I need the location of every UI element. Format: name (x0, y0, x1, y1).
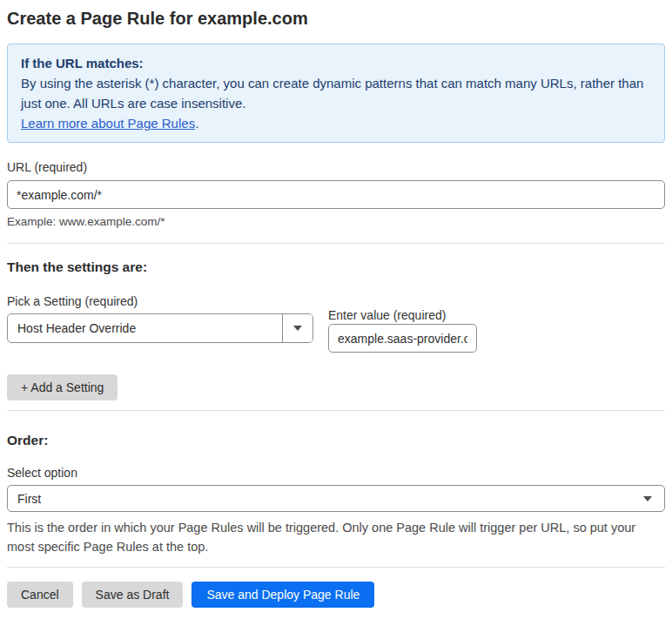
create-page-rule-form: Create a Page Rule for example.com If th… (0, 8, 672, 619)
save-and-deploy-button[interactable]: Save and Deploy Page Rule (192, 582, 374, 608)
pick-setting-value: Host Header Override (8, 321, 282, 335)
page-title: Create a Page Rule for example.com (7, 8, 665, 29)
info-box-heading: If the URL matches: (21, 53, 651, 73)
order-select[interactable]: First (7, 485, 665, 512)
save-as-draft-button[interactable]: Save as Draft (82, 582, 184, 608)
order-select-value: First (8, 492, 643, 506)
settings-row: Pick a Setting (required) Host Header Ov… (7, 294, 665, 353)
order-heading: Order: (7, 433, 665, 448)
order-help-text: This is the order in which your Page Rul… (7, 518, 658, 556)
chevron-down-icon[interactable] (282, 314, 312, 342)
enter-value-column: Enter value (required) (328, 294, 477, 353)
link-period: . (195, 116, 198, 131)
divider (7, 567, 665, 568)
pick-setting-dropdown[interactable]: Host Header Override (7, 313, 313, 343)
url-input[interactable] (7, 180, 665, 209)
divider (7, 243, 665, 244)
pick-setting-column: Pick a Setting (required) Host Header Ov… (7, 294, 313, 343)
url-label: URL (required) (7, 160, 665, 174)
url-matches-info-box: If the URL matches: By using the asteris… (7, 44, 665, 143)
footer-buttons: Cancel Save as Draft Save and Deploy Pag… (7, 582, 665, 608)
chevron-down-icon (643, 496, 652, 501)
info-box-body: By using the asterisk (*) character, you… (21, 73, 651, 113)
select-option-label: Select option (7, 466, 665, 480)
info-box-link-line: Learn more about Page Rules. (21, 113, 651, 133)
pick-setting-label: Pick a Setting (required) (7, 294, 313, 308)
divider (7, 410, 665, 411)
cancel-button[interactable]: Cancel (7, 582, 73, 608)
learn-more-page-rules-link[interactable]: Learn more about Page Rules (21, 116, 195, 131)
url-example-text: Example: www.example.com/* (7, 215, 665, 229)
add-setting-button[interactable]: + Add a Setting (7, 374, 118, 400)
settings-heading: Then the settings are: (7, 259, 665, 275)
chevron-down-glyph (293, 326, 302, 331)
setting-value-input[interactable] (328, 324, 477, 353)
enter-value-label: Enter value (required) (328, 308, 477, 322)
